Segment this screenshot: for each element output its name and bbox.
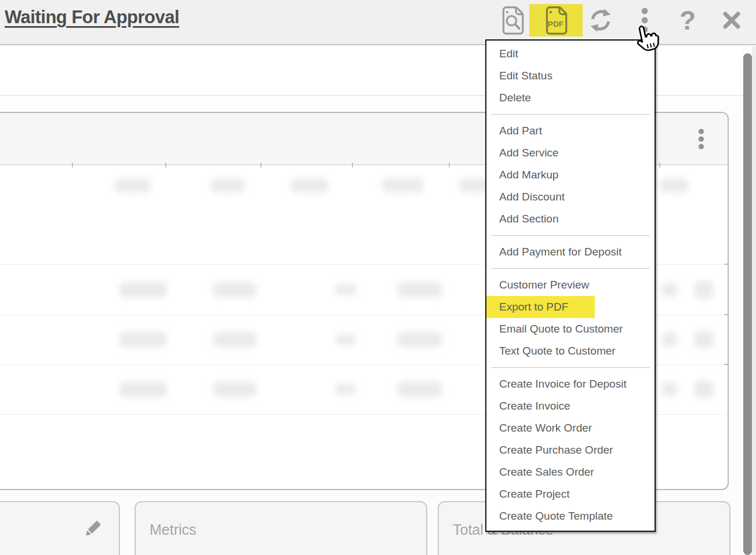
redacted-column-header <box>211 178 245 192</box>
metrics-panel: Metrics <box>135 501 427 555</box>
redacted-cell <box>213 332 256 347</box>
menu-item-text-quote-to-customer[interactable]: Text Quote to Customer <box>486 340 655 362</box>
close-button[interactable] <box>715 3 748 37</box>
redacted-column-header <box>383 178 423 192</box>
document-magnifier-icon <box>499 5 526 35</box>
redacted-cell <box>119 382 167 397</box>
menu-divider <box>491 114 650 115</box>
menu-item-add-part[interactable]: Add Part <box>486 120 655 142</box>
export-pdf-button[interactable]: PDF <box>529 4 583 36</box>
quote-detail-window: Waiting For Approval PDF <box>0 0 756 555</box>
row-divider-tick <box>724 314 728 315</box>
menu-item-create-sales-order[interactable]: Create Sales Order <box>486 461 655 483</box>
menu-item-create-invoice[interactable]: Create Invoice <box>486 395 655 417</box>
pdf-document-icon: PDF <box>543 5 569 35</box>
hand-pointer-cursor <box>629 20 666 59</box>
edit-pencil-button[interactable] <box>81 517 105 541</box>
redacted-cell <box>213 282 256 297</box>
question-mark-icon: ? <box>679 7 696 34</box>
redacted-cell <box>398 382 442 397</box>
svg-text:PDF: PDF <box>548 20 564 28</box>
redacted-column-header <box>660 178 688 192</box>
more-actions-dropdown-menu: EditEdit StatusDeleteAdd PartAdd Service… <box>485 39 656 532</box>
menu-item-create-quote-template[interactable]: Create Quote Template <box>486 505 655 527</box>
refresh-button[interactable] <box>584 3 617 37</box>
redacted-cell <box>335 284 356 295</box>
redacted-cell <box>662 283 677 297</box>
menu-item-create-purchase-order[interactable]: Create Purchase Order <box>486 439 655 461</box>
menu-item-add-discount[interactable]: Add Discount <box>486 186 655 208</box>
menu-item-create-project[interactable]: Create Project <box>486 483 655 505</box>
menu-divider <box>491 367 650 368</box>
redacted-cell <box>695 281 713 298</box>
menu-item-edit[interactable]: Edit <box>486 43 655 65</box>
menu-item-customer-preview[interactable]: Customer Preview <box>486 274 655 296</box>
customer-preview-button[interactable] <box>496 3 529 37</box>
redacted-cell <box>335 334 356 345</box>
menu-item-add-payment-for-deposit[interactable]: Add Payment for Deposit <box>486 241 655 263</box>
row-divider-tick <box>724 364 728 365</box>
redacted-cell <box>695 331 713 348</box>
refresh-icon <box>587 7 614 34</box>
menu-item-export-to-pdf[interactable]: Export to PDF <box>486 296 655 318</box>
redacted-cell <box>662 333 677 346</box>
redacted-cell <box>398 282 442 297</box>
menu-item-add-service[interactable]: Add Service <box>486 142 655 164</box>
redacted-cell <box>213 382 256 397</box>
menu-item-email-quote-to-customer[interactable]: Email Quote to Customer <box>486 318 655 340</box>
pencil-icon <box>81 517 105 541</box>
card-more-actions-button[interactable] <box>689 124 713 154</box>
help-button[interactable]: ? <box>671 3 704 37</box>
close-icon <box>722 10 742 30</box>
metrics-panel-title: Metrics <box>150 521 197 538</box>
page-title[interactable]: Waiting For Approval <box>5 7 179 28</box>
redacted-column-header <box>115 178 151 192</box>
menu-item-add-markup[interactable]: Add Markup <box>486 164 655 186</box>
redacted-column-header <box>291 178 328 192</box>
edit-panel <box>0 501 120 555</box>
menu-item-create-work-order[interactable]: Create Work Order <box>486 417 655 439</box>
menu-item-edit-status[interactable]: Edit Status <box>486 65 655 87</box>
menu-divider <box>491 235 650 236</box>
menu-divider <box>491 268 650 269</box>
redacted-cell <box>695 381 713 398</box>
menu-item-delete[interactable]: Delete <box>486 87 655 109</box>
redacted-cell <box>119 332 167 347</box>
redacted-cell <box>119 282 167 297</box>
redacted-cell <box>398 332 442 347</box>
scrollbar-gutter <box>752 46 756 555</box>
row-divider-tick <box>724 264 728 265</box>
vertical-scrollbar[interactable] <box>743 53 752 555</box>
redacted-cell <box>662 382 677 396</box>
redacted-cell <box>335 384 356 395</box>
menu-item-add-section[interactable]: Add Section <box>486 208 655 230</box>
menu-item-create-invoice-for-deposit[interactable]: Create Invoice for Deposit <box>486 373 655 395</box>
